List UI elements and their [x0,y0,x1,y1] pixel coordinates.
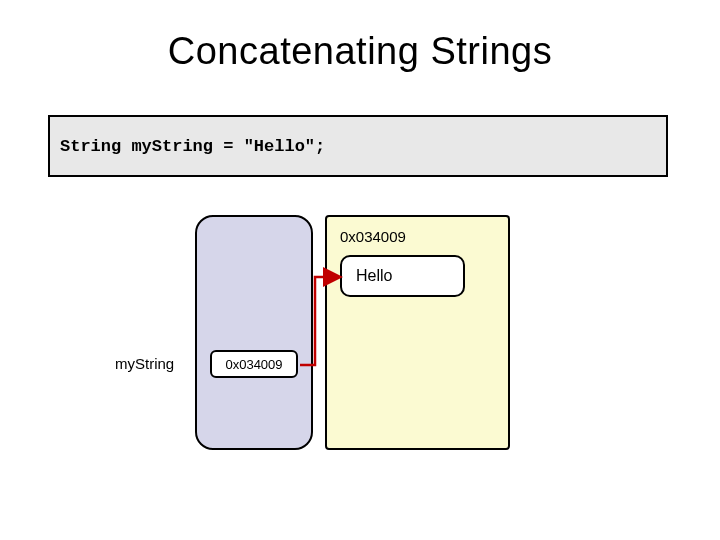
heap-address-label: 0x034009 [340,228,406,245]
code-snippet: String myString = "Hello"; [60,137,325,156]
heap-object-value: Hello [356,267,392,285]
slide-title: Concatenating Strings [0,30,720,73]
stack-variable-value: 0x034009 [225,357,282,372]
stack-variable-value-box: 0x034009 [210,350,298,378]
heap-object-box: Hello [340,255,465,297]
heap-memory-box [325,215,510,450]
stack-memory-box [195,215,313,450]
code-snippet-box: String myString = "Hello"; [48,115,668,177]
stack-variable-name: myString [115,355,174,372]
